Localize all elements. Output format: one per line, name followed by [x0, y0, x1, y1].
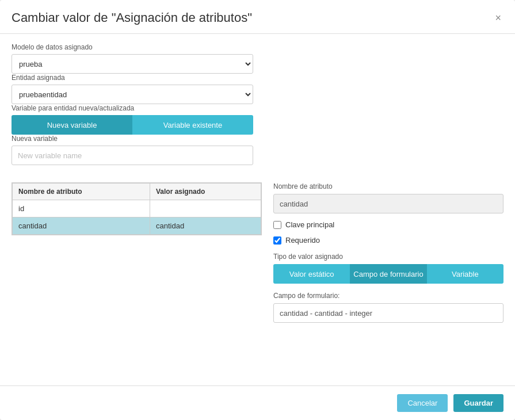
col-assigned-value-header: Valor asignado — [150, 184, 261, 200]
variable-section-label: Variable para entidad nueva/actualizada — [12, 104, 503, 112]
modal-dialog: Cambiar valor de "Asignación de atributo… — [0, 0, 515, 420]
existing-variable-button[interactable]: Variable existente — [132, 115, 253, 135]
table-row[interactable]: id — [13, 200, 261, 217]
requerido-checkbox[interactable] — [273, 236, 281, 245]
value-type-label: Tipo de valor asignado — [273, 253, 503, 261]
requerido-label: Requerido — [285, 236, 320, 245]
attr-name-cell: cantidad — [13, 217, 150, 235]
new-variable-input[interactable] — [12, 146, 253, 165]
value-type-toggle: Valor estático Campo de formulario Varia… — [273, 264, 503, 284]
cancel-button[interactable]: Cancelar — [397, 394, 448, 412]
entity-section: Entidad asignada pruebaentidad — [12, 74, 503, 104]
attr-name-field[interactable] — [273, 194, 503, 213]
modal-header: Cambiar valor de "Asignación de atributo… — [0, 0, 515, 34]
entity-label: Entidad asignada — [12, 74, 503, 82]
close-button[interactable]: × — [493, 13, 503, 23]
variable-toggle: Nueva variable Variable existente — [12, 115, 253, 135]
clave-principal-label: Clave principal — [285, 220, 334, 229]
variable-section: Variable para entidad nueva/actualizada … — [12, 104, 503, 135]
clave-principal-checkbox[interactable] — [273, 221, 281, 229]
attr-name-panel-label: Nombre de atributo — [273, 182, 503, 190]
data-model-label: Modelo de datos asignado — [12, 43, 503, 51]
attributes-table: Nombre de atributo Valor asignado idcant… — [12, 183, 261, 235]
static-value-button[interactable]: Valor estático — [273, 264, 350, 284]
table-header-row: Nombre de atributo Valor asignado — [13, 184, 261, 200]
form-field-button[interactable]: Campo de formulario — [350, 264, 426, 284]
data-model-select[interactable]: prueba — [12, 54, 253, 74]
modal-title: Cambiar valor de "Asignación de atributo… — [12, 10, 252, 25]
attributes-table-wrapper[interactable]: Nombre de atributo Valor asignado idcant… — [12, 182, 262, 235]
new-variable-section: Nueva variable — [12, 135, 503, 165]
new-variable-label: Nueva variable — [12, 135, 503, 143]
new-variable-button[interactable]: Nueva variable — [12, 115, 132, 135]
attr-name-cell: id — [13, 200, 150, 217]
assigned-value-cell — [150, 200, 261, 217]
table-row[interactable]: cantidadcantidad — [13, 217, 261, 235]
attributes-table-section: Nombre de atributo Valor asignado idcant… — [12, 182, 262, 376]
form-field-value-input[interactable] — [273, 303, 503, 323]
entity-select[interactable]: pruebaentidad — [12, 85, 253, 104]
bottom-section: Nombre de atributo Valor asignado idcant… — [12, 182, 503, 376]
modal-footer: Cancelar Guardar — [0, 385, 515, 420]
clave-principal-row: Clave principal — [273, 220, 503, 229]
right-panel: Nombre de atributo Clave principal Reque… — [273, 182, 503, 376]
save-button[interactable]: Guardar — [453, 394, 503, 412]
col-attr-name-header: Nombre de atributo — [13, 184, 150, 200]
form-field-section-label: Campo de formulario: — [273, 292, 503, 300]
modal-body: Modelo de datos asignado prueba Entidad … — [0, 34, 515, 385]
assigned-value-cell: cantidad — [150, 217, 261, 235]
variable-value-button[interactable]: Variable — [427, 264, 503, 284]
data-model-section: Modelo de datos asignado prueba — [12, 43, 503, 74]
requerido-row: Requerido — [273, 236, 503, 245]
